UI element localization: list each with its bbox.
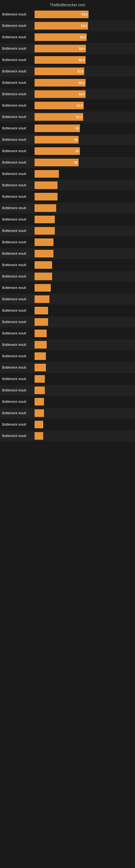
bar-row: Bottleneck result <box>0 237 135 248</box>
bar-fill <box>35 386 45 394</box>
bar-row: Bottleneck result52.3 <box>0 77 135 88</box>
bar-label: Bottleneck result <box>2 69 35 73</box>
bar-row: Bottleneck result <box>0 385 135 396</box>
bar-wrapper <box>35 432 133 440</box>
bar-value: 52.3 <box>79 58 85 62</box>
bar-wrapper: 52.3 <box>35 56 133 64</box>
bar-fill: 53.5 <box>35 10 89 18</box>
bar-value: 50 <box>76 150 79 153</box>
bar-wrapper <box>35 284 133 291</box>
bar-fill: 52.3 <box>35 56 86 64</box>
bar-fill <box>35 239 53 246</box>
bar-label: Bottleneck result <box>2 58 35 62</box>
bar-wrapper <box>35 341 133 348</box>
header: TheBottlenecker.com <box>0 0 135 8</box>
bar-fill: 53.3 <box>35 22 88 30</box>
bar-wrapper: 52.8 <box>35 33 133 41</box>
bar-wrapper: 51.3 <box>35 113 133 121</box>
bar-wrapper: 51.8 <box>35 67 133 75</box>
bar-fill <box>35 170 59 178</box>
bar-row: Bottleneck result <box>0 225 135 236</box>
bar-row: Bottleneck result51.5 <box>0 100 135 111</box>
bar-value: 49 <box>74 138 78 141</box>
bar-label: Bottleneck result <box>2 411 35 415</box>
bar-row: Bottleneck result50 <box>0 146 135 156</box>
bar-label: Bottleneck result <box>2 35 35 39</box>
bar-label: Bottleneck result <box>2 252 35 255</box>
bar-fill <box>35 250 53 257</box>
bar-fill <box>35 204 56 212</box>
bar-fill: 51.3 <box>35 113 83 121</box>
bar-wrapper: 50 <box>35 124 133 132</box>
bar-wrapper <box>35 227 133 235</box>
bar-value: 51.3 <box>77 115 82 119</box>
bar-label: Bottleneck result <box>2 423 35 426</box>
bar-row: Bottleneck result <box>0 203 135 214</box>
bar-wrapper <box>35 261 133 269</box>
bar-fill <box>35 273 52 280</box>
bar-wrapper: 53.3 <box>35 22 133 30</box>
bar-row: Bottleneck result <box>0 373 135 384</box>
bar-row: Bottleneck result <box>0 431 135 441</box>
bar-row: Bottleneck result50 <box>0 123 135 134</box>
bar-label: Bottleneck result <box>2 240 35 244</box>
bar-value: 51.5 <box>77 104 83 107</box>
bar-row: Bottleneck result <box>0 408 135 418</box>
bar-row: Bottleneck result51.3 <box>0 112 135 122</box>
bar-wrapper <box>35 421 133 428</box>
bar-wrapper <box>35 170 133 178</box>
bar-row: Bottleneck result51.8 <box>0 66 135 77</box>
bar-label: Bottleneck result <box>2 126 35 130</box>
bar-row: Bottleneck result52.4 <box>0 43 135 54</box>
bar-fill <box>35 227 55 235</box>
bar-fill <box>35 261 52 269</box>
bar-row: Bottleneck result52.3 <box>0 55 135 65</box>
bar-row: Bottleneck result <box>0 271 135 282</box>
bar-fill <box>35 307 48 314</box>
bar-fill <box>35 341 47 348</box>
bar-wrapper <box>35 307 133 314</box>
bar-wrapper: 51.5 <box>35 102 133 109</box>
bar-wrapper: 53.5 <box>35 10 133 18</box>
bar-label: Bottleneck result <box>2 172 35 176</box>
bar-label: Bottleneck result <box>2 366 35 369</box>
bar-row: Bottleneck result <box>0 282 135 293</box>
bar-label: Bottleneck result <box>2 263 35 267</box>
bar-wrapper <box>35 239 133 246</box>
bar-label: Bottleneck result <box>2 104 35 107</box>
bar-fill: 49 <box>35 159 79 166</box>
bar-fill <box>35 284 51 291</box>
bar-fill <box>35 364 46 371</box>
bar-value: 52.3 <box>79 93 85 96</box>
bar-row: Bottleneck result <box>0 396 135 407</box>
bar-value: 51.8 <box>78 70 83 73</box>
bar-value: 49 <box>74 161 78 164</box>
bar-wrapper <box>35 296 133 303</box>
bar-fill: 52.3 <box>35 79 86 87</box>
bar-row: Bottleneck result <box>0 191 135 202</box>
bar-row: Bottleneck result <box>0 214 135 225</box>
bar-label: Bottleneck result <box>2 286 35 290</box>
bar-label: Bottleneck result <box>2 275 35 278</box>
bar-label: Bottleneck result <box>2 12 35 16</box>
bar-label: Bottleneck result <box>2 229 35 233</box>
bar-label: Bottleneck result <box>2 297 35 301</box>
bar-wrapper <box>35 364 133 371</box>
bar-fill <box>35 330 47 337</box>
bar-row: Bottleneck result49 <box>0 157 135 168</box>
bar-fill: 50 <box>35 147 80 155</box>
bar-fill <box>35 409 44 417</box>
bar-fill: 52.4 <box>35 45 86 52</box>
bar-fill: 51.8 <box>35 67 84 75</box>
bar-value: 52.4 <box>79 47 85 50</box>
bar-label: Bottleneck result <box>2 81 35 85</box>
bar-fill <box>35 432 43 440</box>
bar-wrapper <box>35 204 133 212</box>
bar-wrapper: 49 <box>35 159 133 166</box>
bar-wrapper: 52.3 <box>35 79 133 87</box>
bar-fill: 52.8 <box>35 33 87 41</box>
bar-value: 52.3 <box>79 81 85 84</box>
bar-wrapper: 52.3 <box>35 90 133 98</box>
bar-row: Bottleneck result <box>0 294 135 305</box>
bar-fill: 51.5 <box>35 102 84 109</box>
